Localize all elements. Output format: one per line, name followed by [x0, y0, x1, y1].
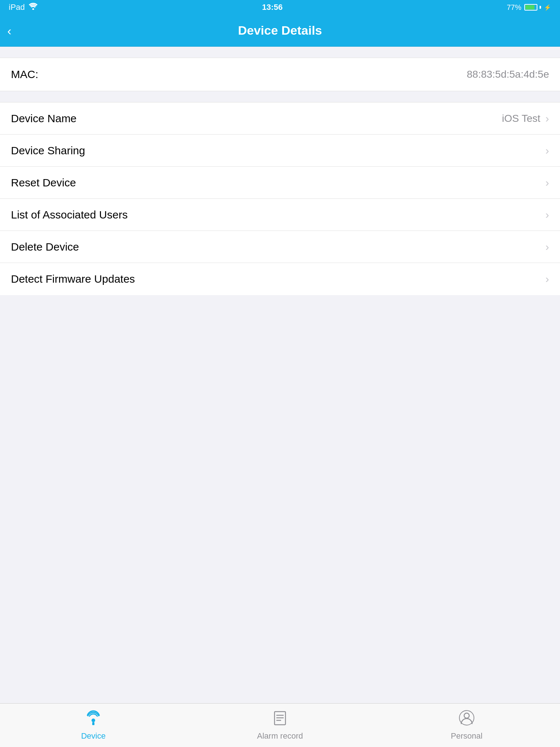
back-button[interactable]: ‹ [7, 24, 11, 37]
mac-value: 88:83:5d:5a:4d:5e [467, 69, 549, 80]
tab-personal[interactable]: Personal [373, 704, 560, 747]
menu-item-detect-firmware[interactable]: Detect Firmware Updates › [0, 263, 560, 295]
tab-alarm-record[interactable]: Alarm record [187, 704, 373, 747]
svg-point-1 [92, 719, 95, 722]
status-bar-time: 13:56 [262, 3, 283, 12]
page-title: Device Details [238, 23, 322, 38]
device-tab-label: Device [81, 731, 105, 741]
status-bar-left: iPad [9, 3, 38, 12]
menu-item-device-sharing-label: Device Sharing [11, 144, 85, 157]
menu-item-associated-users-label: List of Associated Users [11, 209, 128, 221]
content-area: MAC: 88:83:5d:5a:4d:5e Device Name iOS T… [0, 47, 560, 703]
chevron-right-icon: › [545, 209, 549, 221]
battery-indicator [524, 4, 541, 11]
device-name-status: iPad [9, 3, 25, 12]
nav-header: ‹ Device Details [0, 15, 560, 47]
charging-icon: ⚡ [544, 4, 551, 11]
svg-rect-2 [92, 722, 94, 725]
menu-item-delete-device[interactable]: Delete Device › [0, 231, 560, 263]
status-bar-right: 77% ⚡ [507, 3, 551, 12]
status-bar: iPad 13:56 77% ⚡ [0, 0, 560, 15]
menu-item-associated-users[interactable]: List of Associated Users › [0, 199, 560, 231]
chevron-right-icon: › [545, 144, 549, 157]
alarm-record-tab-label: Alarm record [257, 731, 303, 741]
menu-item-reset-device[interactable]: Reset Device › [0, 167, 560, 199]
menu-item-device-name-label: Device Name [11, 112, 77, 125]
device-tab-icon [86, 710, 101, 729]
menu-section: Device Name iOS Test › Device Sharing › … [0, 102, 560, 295]
menu-item-device-name[interactable]: Device Name iOS Test › [0, 102, 560, 135]
mac-row: MAC: 88:83:5d:5a:4d:5e [11, 58, 549, 91]
personal-tab-label: Personal [451, 731, 483, 741]
svg-point-7 [464, 713, 469, 718]
tab-device[interactable]: Device [0, 704, 187, 747]
tab-bar: Device Alarm record Personal [0, 703, 560, 747]
chevron-right-icon: › [545, 177, 549, 189]
wifi-icon [28, 3, 38, 12]
menu-item-device-name-value: iOS Test [502, 113, 540, 124]
personal-tab-icon [459, 710, 474, 729]
alarm-tab-icon [272, 710, 288, 729]
menu-item-detect-firmware-label: Detect Firmware Updates [11, 273, 135, 285]
mac-section: MAC: 88:83:5d:5a:4d:5e [0, 58, 560, 91]
menu-item-delete-device-label: Delete Device [11, 241, 79, 253]
chevron-right-icon: › [545, 112, 549, 125]
menu-item-reset-device-label: Reset Device [11, 177, 76, 189]
battery-percent: 77% [507, 3, 521, 12]
mac-label: MAC: [11, 68, 38, 81]
svg-point-0 [32, 8, 34, 10]
menu-item-device-sharing[interactable]: Device Sharing › [0, 135, 560, 167]
back-chevron-icon: ‹ [7, 24, 11, 37]
chevron-right-icon: › [545, 273, 549, 285]
chevron-right-icon: › [545, 241, 549, 253]
